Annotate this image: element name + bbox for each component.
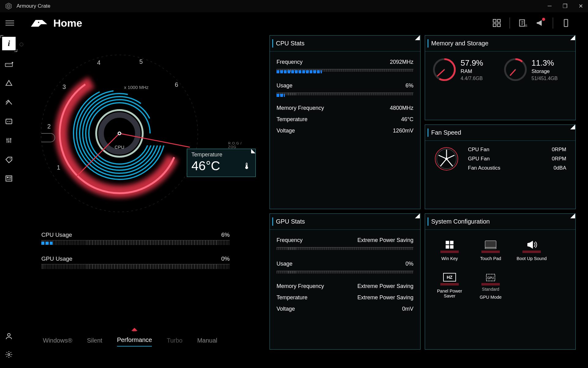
gpu-freq-bar — [277, 247, 413, 251]
fan-row: Fan Acoustics0dBA — [468, 163, 566, 173]
cpu-usage-value: 6% — [221, 232, 230, 238]
svg-point-17 — [7, 121, 8, 122]
gauge-center-label: CPU — [115, 144, 124, 150]
recommend-icon[interactable]: R — [518, 19, 527, 27]
system-config-title: System Configuration — [425, 214, 575, 230]
maximize-button[interactable]: ❐ — [563, 3, 567, 10]
mode-tab-silent[interactable]: Silent — [87, 337, 102, 347]
device-icon[interactable] — [562, 19, 570, 27]
grid-view-icon[interactable] — [492, 19, 501, 27]
svg-text:HZ: HZ — [447, 275, 453, 280]
sys-item-touchpad[interactable]: Touch Pad — [475, 239, 506, 261]
stat-row: Memory FrequencyExtreme Power Saving — [277, 281, 413, 292]
app-title: Armoury Crate — [17, 3, 51, 9]
svg-rect-10 — [5, 63, 12, 67]
sidebar-item-game-library[interactable] — [4, 117, 14, 126]
svg-rect-57 — [485, 241, 496, 247]
usage-block: CPU Usage 6% GPU Usage 0% — [41, 232, 230, 269]
storage-name: Storage — [532, 68, 558, 75]
ram-pct: 57.9% — [461, 58, 483, 68]
sidebar-item-home[interactable]: i — [2, 37, 16, 50]
gpu-usage-value: 0% — [221, 255, 230, 262]
sidebar-item-aura[interactable] — [4, 79, 14, 88]
fan-row: CPU Fan0RPM — [468, 145, 566, 154]
announcement-icon[interactable] — [536, 19, 544, 27]
sys-item-winkey[interactable]: Win Key — [434, 239, 465, 261]
mode-tab-performance[interactable]: Performance — [117, 336, 152, 347]
stat-row: TemperatureExtreme Power Saving — [277, 292, 413, 303]
ram-sub: 4.4/7.6GB — [461, 76, 483, 81]
gpu-stats-title: GPU Stats — [270, 214, 420, 230]
hamburger-icon[interactable] — [6, 19, 14, 27]
svg-point-13 — [9, 64, 10, 65]
gpu-stats-panel: GPU Stats Frequency Extreme Power Saving… — [270, 213, 420, 350]
svg-point-41 — [119, 132, 120, 134]
sidebar-item-sliders[interactable] — [4, 136, 14, 145]
svg-point-21 — [10, 138, 11, 140]
storage-dial-icon: + — [503, 58, 527, 82]
gpu-icon: GPU — [481, 271, 500, 286]
svg-marker-1 — [7, 4, 10, 8]
svg-point-14 — [11, 64, 11, 65]
sidebar: i — [0, 34, 18, 368]
sidebar-item-content[interactable] — [4, 174, 14, 183]
ram-cell: + 57.9% RAM 4.4/7.6GB — [432, 58, 497, 82]
sidebar-item-deals[interactable] — [4, 155, 14, 164]
deco-icon — [20, 43, 23, 46]
gauge-tick: 6 — [175, 81, 178, 88]
memory-panel: Memory and Storage + 57.9% RAM 4.4/7.6GB — [425, 35, 576, 120]
gpu-usage2-label: Usage — [277, 261, 292, 267]
svg-rect-56 — [450, 245, 453, 248]
minimize-button[interactable]: ─ — [548, 3, 552, 10]
svg-text:+: + — [514, 68, 516, 71]
cpu-usage-bar — [41, 240, 230, 245]
cpu-usage-label: CPU Usage — [41, 232, 72, 238]
fan-panel: Fan Speed CPU Fan0RPMGPU Fan0RPMFan Acou… — [425, 125, 576, 209]
mode-tab-windows[interactable]: Windows® — [43, 337, 72, 347]
stat-row: Voltage0mV — [277, 303, 413, 315]
close-button[interactable]: ✕ — [579, 3, 583, 10]
page-title: Home — [53, 17, 82, 29]
svg-point-15 — [12, 62, 13, 63]
svg-rect-16 — [6, 119, 12, 124]
cpu-usage2-label: Usage — [277, 82, 292, 89]
sys-item-hz[interactable]: HZPanel Power Saver — [434, 271, 465, 300]
gauge-scale-label: x 1000 MHz — [124, 85, 149, 90]
cpu-usage2-value: 6% — [405, 82, 413, 89]
ram-name: RAM — [461, 68, 483, 75]
header: Home R — [0, 12, 588, 34]
mode-tab-turbo[interactable]: Turbo — [167, 337, 183, 347]
bootsound-icon — [522, 239, 541, 253]
svg-rect-5 — [493, 24, 496, 26]
sys-item-bootsound[interactable]: Boot Up Sound — [516, 239, 547, 261]
sidebar-item-settings[interactable] — [4, 350, 14, 359]
gauge-tick: 5 — [139, 58, 143, 65]
svg-rect-58 — [485, 247, 496, 249]
gpu-usage-bar — [41, 264, 230, 269]
app-icon — [5, 2, 12, 10]
hz-icon: HZ — [440, 271, 459, 286]
sidebar-item-keyboard[interactable] — [4, 59, 14, 69]
svg-text:R: R — [525, 24, 527, 27]
system-config-panel: System Configuration Win KeyTouch PadBoo… — [425, 213, 576, 350]
fan-row: GPU Fan0RPM — [468, 154, 566, 163]
memory-title: Memory and Storage — [425, 36, 575, 52]
svg-rect-54 — [450, 241, 453, 244]
svg-point-2 — [38, 22, 39, 23]
sidebar-item-scenario[interactable] — [4, 98, 14, 107]
cpu-freq-label: Frequency — [277, 59, 303, 65]
sys-item-gpu[interactable]: GPUStandardGPU Mode — [475, 271, 506, 300]
svg-rect-23 — [6, 176, 12, 181]
temperature-box: Temperature 46°C 🌡 — [187, 149, 256, 177]
svg-rect-9 — [564, 19, 568, 26]
fan-title: Fan Speed — [425, 125, 575, 141]
mode-tab-manual[interactable]: Manual — [197, 337, 217, 347]
svg-rect-53 — [446, 241, 449, 244]
svg-rect-6 — [497, 24, 500, 26]
svg-point-26 — [8, 354, 10, 356]
sidebar-item-user[interactable] — [4, 331, 14, 341]
cpu-freq-bar — [277, 69, 413, 73]
gauge-tick: 2 — [47, 123, 51, 130]
gpu-usage2-bar — [277, 271, 413, 275]
main: 123456 x 1000 MHz — [21, 35, 582, 350]
